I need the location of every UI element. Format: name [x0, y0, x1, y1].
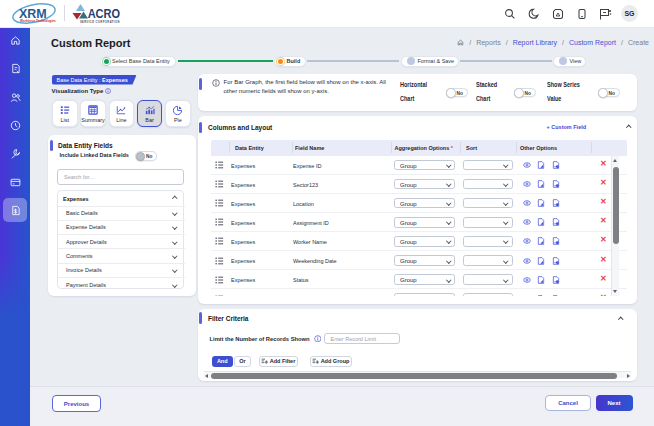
- svg-text:Workforce Technologies: Workforce Technologies: [20, 19, 56, 23]
- svg-text:SERVICE CORPORATION: SERVICE CORPORATION: [80, 20, 120, 24]
